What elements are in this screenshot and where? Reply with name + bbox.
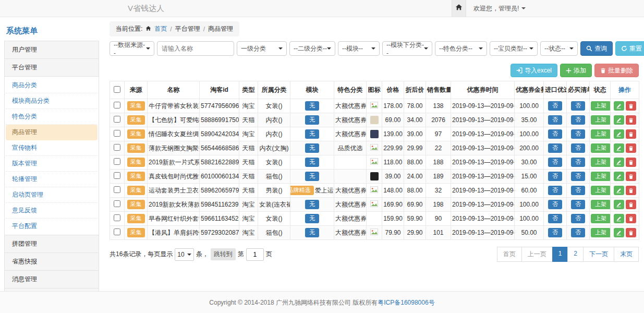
sidebar-group-1[interactable]: 平台管理 xyxy=(4,58,99,77)
add-button[interactable]: 添加 xyxy=(560,64,592,77)
status-toggle[interactable]: 上架 xyxy=(591,115,611,124)
edit-button[interactable] xyxy=(614,214,624,223)
search-button[interactable]: 查询 xyxy=(580,41,613,56)
edit-button[interactable] xyxy=(614,143,624,153)
import-select-toggle[interactable]: 否 xyxy=(548,101,562,110)
module-none-badge[interactable]: 无 xyxy=(305,129,319,138)
reset-button[interactable]: 重置 xyxy=(615,41,644,56)
sidebar-group-3[interactable]: 省惠快报 xyxy=(4,252,99,271)
module-none-badge[interactable]: 无 xyxy=(305,101,319,110)
import-select-toggle[interactable]: 否 xyxy=(548,214,562,223)
import-select-toggle[interactable]: 否 xyxy=(548,129,562,138)
module-none-badge[interactable]: 无 xyxy=(305,143,319,152)
page-button-首页[interactable]: 首页 xyxy=(497,247,522,262)
sidebar-group-4[interactable]: 消息管理 xyxy=(4,270,99,288)
must-buy-toggle[interactable]: 否 xyxy=(571,158,585,166)
delete-button[interactable] xyxy=(626,172,636,181)
import-select-toggle[interactable]: 否 xyxy=(548,158,562,166)
filter-select-1[interactable]: 一级分类 xyxy=(237,41,287,56)
edit-button[interactable] xyxy=(614,115,624,125)
select-all-checkbox[interactable] xyxy=(114,86,120,93)
must-buy-toggle[interactable]: 否 xyxy=(571,228,585,237)
filter-select-6[interactable]: --宝贝类型-- xyxy=(490,41,538,56)
icp-link[interactable]: 粤ICP备16098006号 xyxy=(378,299,434,306)
module-none-badge[interactable]: 无 xyxy=(305,200,319,209)
sidebar-item[interactable]: 商品分类 xyxy=(6,78,98,93)
row-checkbox[interactable] xyxy=(114,130,120,137)
sidebar-group-0[interactable]: 用户管理 xyxy=(4,41,99,59)
jump-page-input[interactable] xyxy=(246,248,264,261)
sidebar-group-5[interactable]: 订单管理 xyxy=(4,288,99,291)
must-buy-toggle[interactable]: 否 xyxy=(571,101,585,110)
sidebar-item[interactable]: 启动页管理 xyxy=(6,187,98,203)
delete-button[interactable] xyxy=(626,158,636,167)
edit-button[interactable] xyxy=(614,186,624,195)
status-toggle[interactable]: 上架 xyxy=(591,228,611,237)
module-none-badge[interactable]: 无 xyxy=(305,214,319,223)
page-button-下一页[interactable]: 下一页 xyxy=(583,247,614,262)
delete-button[interactable] xyxy=(626,143,636,153)
page-button-2[interactable]: 2 xyxy=(567,247,584,262)
sidebar-item[interactable]: 模块商品分类 xyxy=(6,93,98,109)
sidebar-item[interactable]: 宣传物料 xyxy=(6,140,98,156)
filter-select-2[interactable]: --二级分类-- xyxy=(289,41,335,56)
filter-select-5[interactable]: --特色分类-- xyxy=(435,41,487,56)
user-menu[interactable]: 欢迎您，管理员! xyxy=(473,4,526,13)
delete-button[interactable] xyxy=(626,129,636,139)
status-toggle[interactable]: 上架 xyxy=(591,158,611,166)
row-checkbox[interactable] xyxy=(114,200,120,207)
filter-select-3[interactable]: --模块-- xyxy=(338,41,380,56)
edit-button[interactable] xyxy=(614,101,624,111)
import-excel-button[interactable]: 导入excel xyxy=(511,64,557,77)
edit-button[interactable] xyxy=(614,172,624,181)
batch-delete-button[interactable]: 批量删除 xyxy=(594,64,639,77)
delete-button[interactable] xyxy=(626,186,636,195)
row-checkbox[interactable] xyxy=(114,102,120,109)
per-page-select[interactable]: 10 xyxy=(175,248,193,261)
filter-select-7[interactable]: --状态-- xyxy=(540,41,578,56)
home-button[interactable] xyxy=(452,0,466,17)
delete-button[interactable] xyxy=(626,200,636,209)
edit-button[interactable] xyxy=(614,200,624,209)
page-button-1[interactable]: 1 xyxy=(552,247,568,262)
page-button-末页[interactable]: 末页 xyxy=(614,247,639,262)
delete-button[interactable] xyxy=(626,214,636,223)
status-toggle[interactable]: 上架 xyxy=(591,143,611,152)
name-search-input[interactable] xyxy=(157,41,234,56)
row-checkbox[interactable] xyxy=(114,214,120,221)
sidebar-item[interactable]: 版本管理 xyxy=(6,156,98,172)
jump-to-button[interactable]: 跳转到 xyxy=(211,248,236,260)
module-none-badge[interactable]: 无 xyxy=(305,172,319,180)
sidebar-group-2[interactable]: 拼团管理 xyxy=(4,235,99,253)
status-toggle[interactable]: 上架 xyxy=(591,172,611,180)
must-buy-toggle[interactable]: 否 xyxy=(571,172,585,180)
import-select-toggle[interactable]: 否 xyxy=(548,186,562,195)
delete-button[interactable] xyxy=(626,115,636,125)
must-buy-toggle[interactable]: 否 xyxy=(571,186,585,195)
import-select-toggle[interactable]: 否 xyxy=(548,143,562,152)
must-buy-toggle[interactable]: 否 xyxy=(571,214,585,223)
sidebar-item[interactable]: 轮播管理 xyxy=(6,172,98,187)
page-button-上一页[interactable]: 上一页 xyxy=(521,247,553,262)
edit-button[interactable] xyxy=(614,129,624,139)
status-toggle[interactable]: 上架 xyxy=(591,200,611,209)
edit-button[interactable] xyxy=(614,158,624,167)
must-buy-toggle[interactable]: 否 xyxy=(571,115,585,124)
import-select-toggle[interactable]: 否 xyxy=(548,115,562,124)
must-buy-toggle[interactable]: 否 xyxy=(571,129,585,138)
filter-select-4[interactable]: --模块下分类-- xyxy=(382,41,432,56)
sidebar-item[interactable]: 意见反馈 xyxy=(6,203,98,219)
import-select-toggle[interactable]: 否 xyxy=(548,228,562,237)
status-toggle[interactable]: 上架 xyxy=(591,186,611,195)
row-checkbox[interactable] xyxy=(114,144,120,151)
status-toggle[interactable]: 上架 xyxy=(591,129,611,138)
row-checkbox[interactable] xyxy=(114,116,120,123)
import-select-toggle[interactable]: 否 xyxy=(548,172,562,180)
module-none-badge[interactable]: 无 xyxy=(305,115,319,124)
status-toggle[interactable]: 上架 xyxy=(591,101,611,110)
module-none-badge[interactable]: 无 xyxy=(305,228,319,237)
breadcrumb-home-link[interactable]: 首页 xyxy=(154,25,167,33)
sidebar-item[interactable]: 平台配置 xyxy=(6,219,98,234)
sidebar-item[interactable]: 商品管理 xyxy=(6,125,98,140)
filter-select-0[interactable]: --数据来源-- xyxy=(110,41,154,56)
